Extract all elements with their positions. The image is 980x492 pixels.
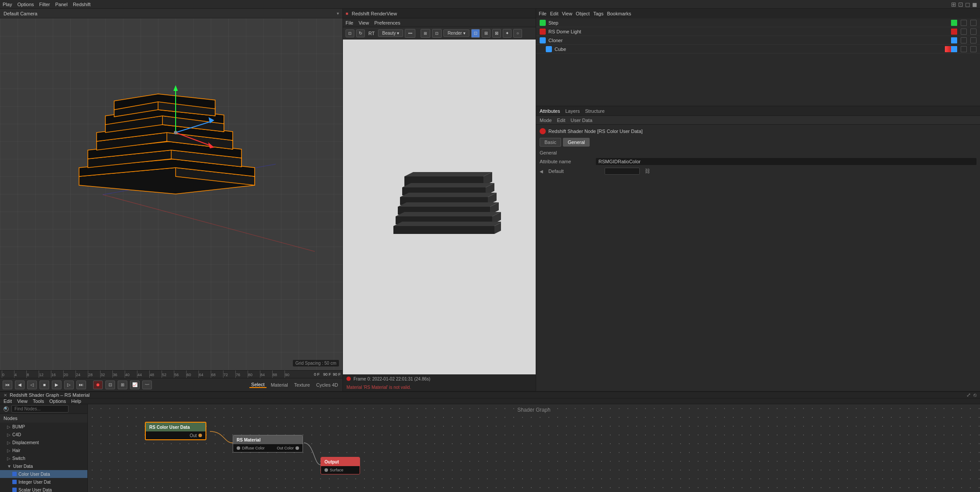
obj-cube[interactable]: Cube — [536, 45, 980, 54]
node-color-ud-out: Out — [146, 431, 205, 439]
rs-grid-btn[interactable]: ⊞ — [421, 29, 430, 38]
obj-dome-tag — [951, 29, 957, 35]
rs-tool-refresh[interactable]: ↻ — [356, 29, 365, 37]
attr-default-value[interactable] — [605, 168, 640, 175]
prev-frame-btn[interactable]: ◀ — [15, 381, 25, 389]
expand-icon[interactable]: ⤢ — [966, 392, 971, 398]
tree-color-user-data[interactable]: Color User Data — [0, 470, 87, 478]
obj-dome-light[interactable]: RS Dome Light — [536, 27, 980, 36]
obj-menu-tags[interactable]: Tags — [593, 11, 603, 16]
attr-btn-basic[interactable]: Basic — [540, 138, 561, 147]
attr-sub-tabs: Mode Edit User Data — [536, 116, 980, 125]
play-start-btn[interactable]: ⏮ — [3, 381, 12, 389]
menu-panel[interactable]: Panel — [55, 2, 68, 7]
obj-menu-bookmarks[interactable]: Bookmarks — [607, 11, 631, 16]
sg-menu-tools[interactable]: Tools — [33, 399, 44, 404]
obj-menu-view[interactable]: View — [562, 11, 573, 16]
node-rs-material[interactable]: RS Material Diffuse Color Out Color — [233, 435, 303, 452]
rs-dots[interactable]: ••• — [405, 29, 415, 38]
obj-cloner[interactable]: Cloner — [536, 36, 980, 45]
attr-tab-structure[interactable]: Structure — [585, 108, 605, 114]
popout-icon[interactable]: ⎋ — [973, 392, 976, 398]
rs-menu-prefs[interactable]: Preferences — [374, 20, 400, 25]
node-output[interactable]: Output Surface — [321, 457, 360, 474]
rs-beauty-dropdown[interactable]: Beauty ▾ — [378, 29, 403, 37]
obj-menu-object[interactable]: Object — [576, 11, 590, 16]
next-frame-btn[interactable]: ▷ — [64, 381, 74, 389]
tree-c4d[interactable]: ▷ C4D — [0, 431, 87, 438]
node-color-user-data[interactable]: RS Color User Data Out — [145, 422, 206, 440]
attr-content: Redshift Shader Node [RS Color User Data… — [536, 125, 980, 391]
play-back-btn[interactable]: ◁ — [27, 381, 37, 389]
attr-btn-general[interactable]: General — [563, 138, 590, 147]
tick-8: 8 — [26, 370, 39, 378]
rs-tool-5[interactable]: ○ — [513, 29, 522, 38]
svg-marker-40 — [393, 222, 501, 226]
attr-tab-attributes[interactable]: Attributes — [540, 108, 560, 114]
timeline-btn[interactable]: ⊞ — [118, 381, 127, 389]
tree-userdata[interactable]: ▼ User Data — [0, 462, 87, 470]
attr-tab-layers[interactable]: Layers — [565, 108, 580, 114]
shader-graph-area: ✕ Redshift Shader Graph – RS Material ⤢ … — [0, 391, 980, 492]
port-diffuse-in — [237, 446, 240, 450]
obj-menu-edit[interactable]: Edit — [550, 11, 558, 16]
obj-menu-file[interactable]: File — [539, 11, 547, 16]
menu-redshift[interactable]: Redshift — [73, 2, 90, 7]
sg-menu-view[interactable]: View — [17, 399, 28, 404]
tree-displacement[interactable]: ▷ Displacement — [0, 438, 87, 446]
tree-integer-user-data[interactable]: Integer User Dat — [0, 478, 87, 486]
rs-snap-btn[interactable]: ⊡ — [432, 29, 442, 38]
tab-cycles[interactable]: Cycles 4D — [314, 382, 340, 388]
triangle-icon-c4d: ▷ — [7, 432, 11, 437]
rs-tool-1[interactable]: ⊡ — [346, 29, 354, 37]
rs-view-btn[interactable]: ⊡ — [471, 29, 480, 38]
tab-select[interactable]: Select — [249, 382, 267, 388]
rs-menu-file[interactable]: File — [346, 20, 353, 25]
tab-texture[interactable]: Texture — [292, 382, 312, 388]
sg-menu-options[interactable]: Options — [49, 399, 66, 404]
obj-cube-icon — [546, 46, 552, 52]
attr-sub-userdata[interactable]: User Data — [571, 118, 593, 123]
tree-bump[interactable]: ▷ BUMP — [0, 423, 87, 431]
record-btn[interactable]: ⏺ — [93, 381, 103, 389]
menu-filter[interactable]: Filter — [39, 2, 50, 7]
rs-tool-4[interactable]: ✦ — [503, 29, 512, 38]
tick-0: 0 — [2, 370, 14, 378]
sg-menu-edit[interactable]: Edit — [4, 399, 12, 404]
attr-link-icon[interactable]: ⛓ — [645, 168, 650, 174]
rs-menu-view[interactable]: View — [359, 20, 369, 25]
sg-menu-help[interactable]: Help — [71, 399, 81, 404]
obj-cube-material — [945, 46, 957, 52]
rs-render-btn[interactable]: Render ▾ — [443, 29, 469, 37]
viewport-canvas[interactable]: Grid Spacing : 50 cm — [0, 18, 342, 370]
menu-options[interactable]: Options — [17, 2, 34, 7]
attr-sub-mode[interactable]: Mode — [540, 118, 552, 123]
motion-btn[interactable]: 〰 — [142, 381, 152, 389]
tree-scalar-user-data[interactable]: Scalar User Data — [0, 486, 87, 492]
tree-switch[interactable]: ▷ Switch — [0, 454, 87, 462]
graph-btn[interactable]: 📈 — [130, 381, 140, 389]
play-btn[interactable]: ▶ — [52, 381, 61, 389]
rs-tool-3[interactable]: ⊠ — [492, 29, 501, 38]
shader-graph-canvas[interactable]: Shader Graph RS Color User Data Out RS M… — [88, 404, 980, 492]
attr-sub-edit[interactable]: Edit — [557, 118, 566, 123]
stop-btn[interactable]: ■ — [40, 381, 49, 389]
obj-step-render — [970, 20, 976, 26]
tab-material[interactable]: Material — [269, 382, 290, 388]
menu-play[interactable]: Play — [3, 2, 12, 7]
close-icon[interactable]: ✕ — [4, 393, 7, 398]
tick-40: 40 — [125, 370, 137, 378]
obj-step[interactable]: Step — [536, 18, 980, 27]
attr-tab-buttons: Basic General — [540, 138, 976, 147]
port-surface-in — [324, 468, 328, 472]
play-end-btn[interactable]: ⏭ — [76, 381, 86, 389]
obj-cube-render — [970, 46, 976, 52]
tick-36: 36 — [112, 370, 125, 378]
shader-sidebar: 🔍 Nodes ▷ BUMP ▷ C4D ▷ Displacement ▷ — [0, 404, 88, 492]
find-nodes-input[interactable] — [11, 405, 68, 413]
rs-tool-2[interactable]: ⊞ — [482, 29, 490, 38]
top-menubar: Play Options Filter Panel Redshift ⊞ ⊡ ◻… — [0, 0, 980, 9]
auto-key-btn[interactable]: ⊡ — [105, 381, 115, 389]
tree-hair[interactable]: ▷ Hair — [0, 446, 87, 454]
attr-value-name[interactable]: RSMGIDRatioColor — [596, 158, 976, 165]
